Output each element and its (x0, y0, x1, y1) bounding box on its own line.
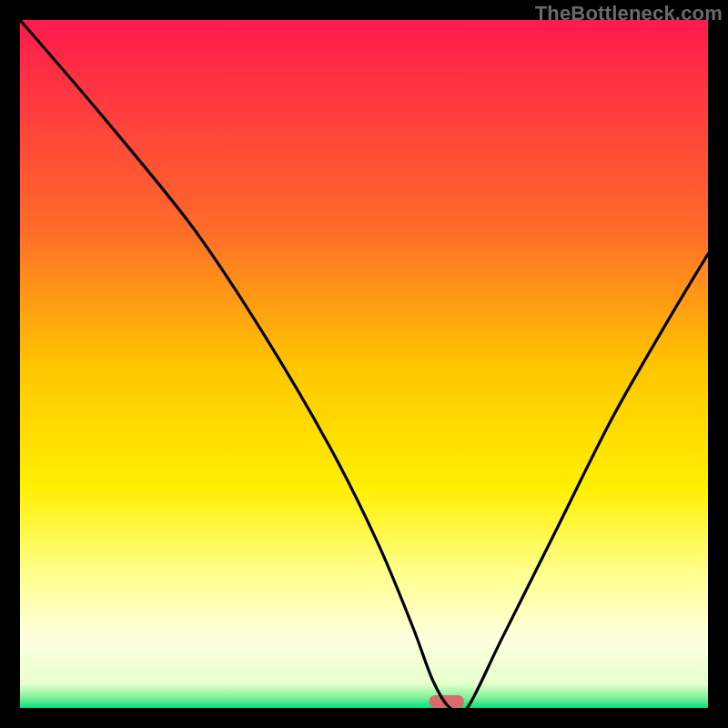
gradient-background (20, 20, 708, 708)
chart-frame: TheBottleneck.com (0, 0, 728, 728)
chart-svg (20, 20, 708, 708)
plot-area (20, 20, 708, 708)
attribution-label: TheBottleneck.com (535, 2, 723, 25)
